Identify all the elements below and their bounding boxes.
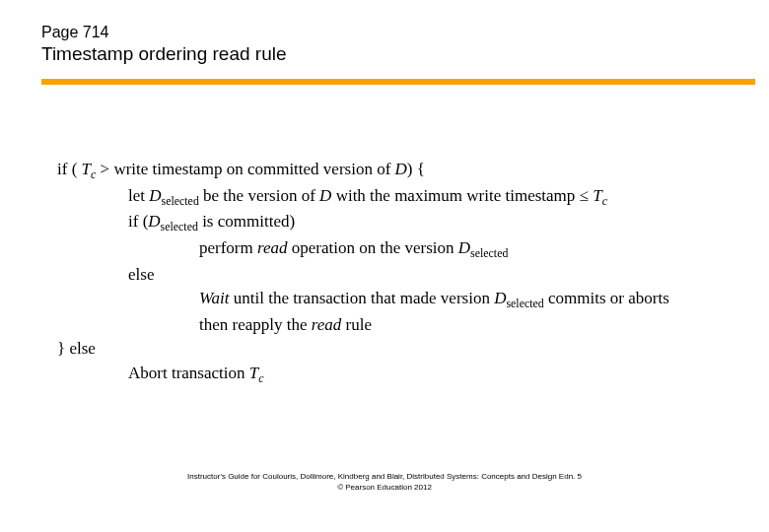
text: until the transaction that made version (230, 289, 495, 307)
pseudocode-block: if ( Tc > write timestamp on committed v… (57, 158, 769, 388)
sub-selected: selected (506, 298, 543, 311)
var-D: D (494, 289, 506, 307)
code-line-4: perform read operation on the version Ds… (199, 236, 769, 263)
code-line-9: Abort transaction Tc (128, 362, 769, 388)
keyword-wait: Wait (199, 289, 230, 307)
text: be the version of (199, 186, 319, 205)
sub-c: c (602, 194, 607, 208)
text: Abort transaction (128, 364, 249, 382)
text: else (128, 265, 154, 284)
slide-header: Page 714 Timestamp ordering read rule (0, 0, 769, 65)
sub-selected: selected (161, 221, 198, 234)
keyword-read: read (257, 238, 288, 257)
sub-selected: selected (470, 246, 508, 260)
code-line-7: then reapply the read rule (199, 313, 769, 338)
text: if ( (57, 160, 82, 178)
sub-selected: selected (162, 194, 199, 208)
var-D: D (319, 186, 331, 205)
keyword-read: read (312, 315, 342, 334)
var-T: T (82, 160, 91, 178)
text: let (128, 186, 149, 205)
text: } else (57, 339, 96, 358)
var-D: D (458, 238, 470, 257)
text: then reapply the (199, 315, 312, 334)
code-line-1: if ( Tc > write timestamp on committed v… (57, 158, 769, 184)
code-line-8: } else (57, 337, 769, 362)
footer-line-2: © Pearson Education 2012 (0, 483, 769, 493)
text: perform (199, 238, 257, 257)
text: is committed) (198, 212, 295, 231)
sub-c: c (258, 372, 263, 386)
text: rule (341, 315, 372, 334)
text: > write timestamp on committed version o… (96, 160, 394, 178)
code-line-2: let Dselected be the version of D with t… (128, 184, 769, 211)
page-number: Page 714 (41, 24, 769, 41)
var-T: T (249, 364, 258, 382)
divider-bar (41, 79, 755, 85)
text: ) { (407, 160, 425, 178)
text: commits or aborts (544, 289, 669, 307)
var-D: D (395, 160, 407, 178)
footer-line-1: Instructor's Guide for Coulouris, Dollim… (0, 472, 769, 482)
var-D: D (149, 186, 161, 205)
text: if ( (128, 212, 148, 231)
code-line-6: Wait until the transaction that made ver… (199, 287, 769, 313)
code-line-5: else (128, 263, 769, 288)
var-T: T (593, 186, 601, 205)
footer-credits: Instructor's Guide for Coulouris, Dollim… (0, 472, 769, 493)
code-line-3: if (Dselected is committed) (128, 210, 769, 236)
var-D: D (148, 212, 160, 231)
slide-title: Timestamp ordering read rule (41, 43, 769, 65)
text: with the maximum write timestamp ≤ (331, 186, 593, 205)
text: operation on the version (288, 238, 458, 257)
